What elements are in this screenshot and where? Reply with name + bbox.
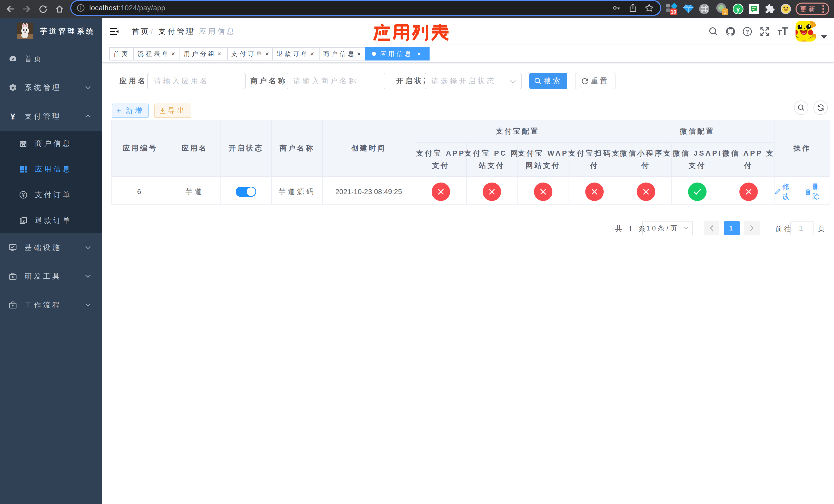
svg-text:10: 10 xyxy=(671,9,676,15)
svg-text:?: ? xyxy=(746,28,749,35)
svg-text:1: 1 xyxy=(723,9,726,15)
svg-text:y: y xyxy=(736,6,740,13)
svg-text:¥: ¥ xyxy=(22,192,25,198)
